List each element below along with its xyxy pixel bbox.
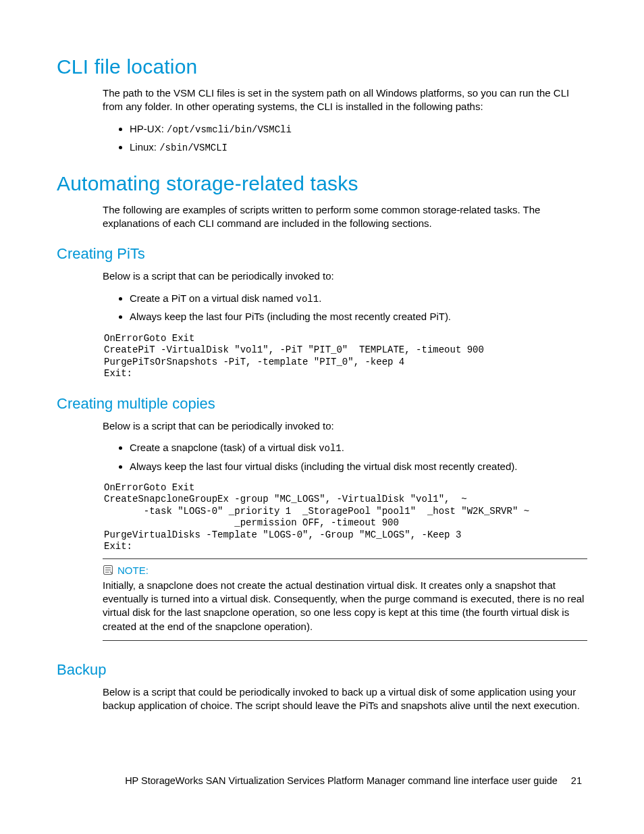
note-icon [103, 565, 113, 575]
inline-code: vol1 [319, 443, 342, 454]
paragraph-pits-intro: Below is a script that can be periodical… [57, 269, 587, 283]
paragraph-copies-intro: Below is a script that can be periodical… [57, 419, 587, 433]
heading-backup: Backup [57, 661, 587, 679]
text: Create a snapclone (task) of a virtual d… [130, 442, 319, 453]
path-code: /sbin/VSMCLI [159, 142, 227, 153]
list-item: Always keep the last four PiTs (includin… [130, 309, 587, 324]
note-rule-top [103, 558, 587, 559]
code-block-pits: OnErrorGoto Exit CreatePiT -VirtualDisk … [104, 333, 587, 380]
paragraph-cli-intro: The path to the VSM CLI files is set in … [57, 86, 587, 114]
heading-creating-pits: Creating PiTs [57, 245, 587, 263]
heading-creating-copies: Creating multiple copies [57, 395, 587, 413]
path-code: /opt/vsmcli/bin/VSMCli [167, 124, 292, 135]
paragraph-backup-intro: Below is a script that could be periodic… [57, 685, 587, 713]
code-block-copies: OnErrorGoto Exit CreateSnapcloneGroupEx … [104, 482, 587, 553]
heading-automating-tasks: Automating storage-related tasks [57, 172, 587, 195]
text: Create a PiT on a virtual disk named [130, 292, 296, 304]
paragraph-automating-intro: The following are examples of scripts wr… [57, 203, 587, 231]
list-item: Always keep the last four virtual disks … [130, 459, 587, 474]
list-item: Create a PiT on a virtual disk named vol… [130, 290, 587, 307]
footer-text: HP StorageWorks SAN Virtualization Servi… [125, 775, 558, 786]
note-body: Initially, a snapclone does not create t… [103, 579, 587, 633]
note-rule-bottom [103, 640, 587, 641]
list-item: Create a snapclone (task) of a virtual d… [130, 440, 587, 457]
page-footer: HP StorageWorks SAN Virtualization Servi… [81, 775, 582, 788]
note-block: NOTE: Initially, a snapclone does not cr… [103, 558, 587, 641]
page-number: 21 [571, 775, 582, 788]
list-pits: Create a PiT on a virtual disk named vol… [57, 290, 587, 325]
list-item: HP-UX: /opt/vsmcli/bin/VSMCli [130, 121, 587, 138]
heading-cli-file-location: CLI file location [57, 55, 587, 78]
list-copies: Create a snapclone (task) of a virtual d… [57, 440, 587, 474]
os-label: Linux: [130, 141, 159, 153]
text: . [319, 292, 321, 304]
list-cli-paths: HP-UX: /opt/vsmcli/bin/VSMCli Linux: /sb… [57, 121, 587, 156]
note-label: NOTE: [117, 565, 149, 576]
inline-code: vol1 [296, 294, 319, 305]
list-item: Linux: /sbin/VSMCLI [130, 139, 587, 156]
text: . [342, 442, 344, 453]
os-label: HP-UX: [130, 123, 167, 134]
